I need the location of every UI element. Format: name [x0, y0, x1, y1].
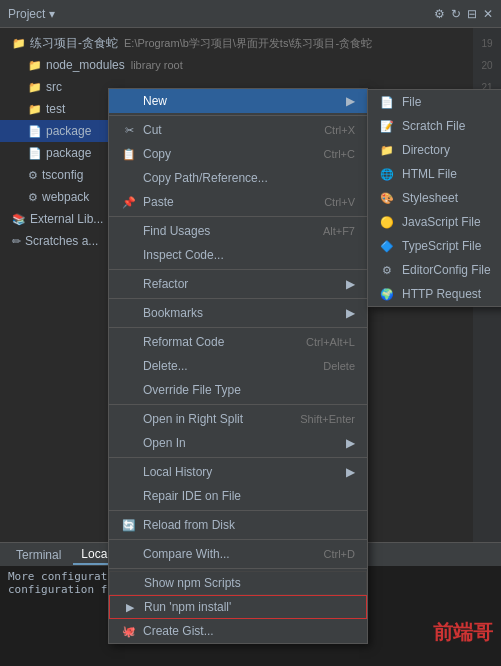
menu-sep-7: [109, 269, 367, 270]
menu-arrow-icon-19: ▶: [346, 465, 355, 479]
menu-sep-15: [109, 404, 367, 405]
menu-sep-23: [109, 539, 367, 540]
menu-item-new[interactable]: New ▶ 📄File📝Scratch File📁Directory🌐HTML …: [109, 89, 367, 113]
menu-label-0: Cut: [143, 123, 304, 137]
menu-label-8: Refactor: [143, 277, 338, 291]
new-label: New: [143, 94, 338, 108]
tree-item-0[interactable]: 📁练习项目-贪食蛇E:\Program\b学习项目\界面开发ts\练习项目-贪食…: [0, 32, 501, 54]
menu-icon-0: ✂: [121, 124, 137, 137]
menu-item-16[interactable]: Open in Right SplitShift+Enter: [109, 407, 367, 431]
submenu-item-7[interactable]: ⚙EditorConfig File: [368, 258, 501, 282]
terminal-tab-label[interactable]: Terminal: [8, 546, 69, 564]
menu-item-6[interactable]: Inspect Code...: [109, 243, 367, 267]
menu-item-8[interactable]: Refactor▶: [109, 272, 367, 296]
top-bar: Project ▾ ⚙ ↻ ⊟ ✕: [0, 0, 501, 28]
menu-items: ✂CutCtrl+X📋CopyCtrl+CCopy Path/Reference…: [109, 118, 367, 643]
menu-shortcut-24: Ctrl+D: [324, 548, 355, 560]
line-number: 20: [481, 54, 492, 76]
menu-label-3: Paste: [143, 195, 304, 209]
submenu-item-2[interactable]: 📁Directory: [368, 138, 501, 162]
context-menu: New ▶ 📄File📝Scratch File📁Directory🌐HTML …: [108, 88, 368, 644]
menu-icon-27: ▶: [122, 601, 138, 614]
line-number: 19: [481, 32, 492, 54]
new-submenu: 📄File📝Scratch File📁Directory🌐HTML File🎨S…: [367, 89, 501, 307]
submenu-item-5[interactable]: 🟡JavaScript File: [368, 210, 501, 234]
tree-item-1[interactable]: 📁node_moduleslibrary root: [0, 54, 501, 76]
menu-sep-4: [109, 216, 367, 217]
menu-icon-3: 📌: [121, 196, 137, 209]
menu-item-0[interactable]: ✂CutCtrl+X: [109, 118, 367, 142]
separator-1: [109, 115, 367, 116]
menu-shortcut-0: Ctrl+X: [324, 124, 355, 136]
menu-shortcut-1: Ctrl+C: [324, 148, 355, 160]
menu-shortcut-5: Alt+F7: [323, 225, 355, 237]
menu-item-1[interactable]: 📋CopyCtrl+C: [109, 142, 367, 166]
menu-item-27[interactable]: ▶Run 'npm install': [109, 595, 367, 619]
menu-sep-11: [109, 327, 367, 328]
menu-label-1: Copy: [143, 147, 304, 161]
submenu-item-6[interactable]: 🔷TypeScript File: [368, 234, 501, 258]
menu-sep-21: [109, 510, 367, 511]
menu-label-24: Compare With...: [143, 547, 304, 561]
refresh-icon[interactable]: ↻: [451, 7, 461, 21]
menu-label-27: Run 'npm install': [144, 600, 354, 614]
menu-arrow-icon-10: ▶: [346, 306, 355, 320]
menu-label-14: Override File Type: [143, 383, 355, 397]
menu-label-20: Repair IDE on File: [143, 489, 355, 503]
menu-label-16: Open in Right Split: [143, 412, 280, 426]
menu-item-24[interactable]: Compare With...Ctrl+D: [109, 542, 367, 566]
menu-label-13: Delete...: [143, 359, 303, 373]
submenu-item-1[interactable]: 📝Scratch File: [368, 114, 501, 138]
menu-sep-25: [109, 568, 367, 569]
menu-label-2: Copy Path/Reference...: [143, 171, 355, 185]
menu-shortcut-13: Delete: [323, 360, 355, 372]
menu-label-28: Create Gist...: [143, 624, 355, 638]
menu-shortcut-3: Ctrl+V: [324, 196, 355, 208]
menu-label-17: Open In: [143, 436, 338, 450]
menu-arrow-icon-8: ▶: [346, 277, 355, 291]
menu-label-5: Find Usages: [143, 224, 303, 238]
menu-label-6: Inspect Code...: [143, 248, 355, 262]
menu-item-5[interactable]: Find UsagesAlt+F7: [109, 219, 367, 243]
context-menu-overlay: New ▶ 📄File📝Scratch File📁Directory🌐HTML …: [108, 88, 368, 644]
menu-item-14[interactable]: Override File Type: [109, 378, 367, 402]
submenu-item-3[interactable]: 🌐HTML File: [368, 162, 501, 186]
close-icon[interactable]: ✕: [483, 7, 493, 21]
menu-item-17[interactable]: Open In▶: [109, 431, 367, 455]
menu-item-3[interactable]: 📌PasteCtrl+V: [109, 190, 367, 214]
submenu-arrow-icon: ▶: [346, 94, 355, 108]
menu-icon-1: 📋: [121, 148, 137, 161]
menu-label-19: Local History: [143, 465, 338, 479]
submenu-item-0[interactable]: 📄File: [368, 90, 501, 114]
menu-item-13[interactable]: Delete...Delete: [109, 354, 367, 378]
menu-sep-18: [109, 457, 367, 458]
submenu-item-4[interactable]: 🎨Stylesheet: [368, 186, 501, 210]
menu-shortcut-12: Ctrl+Alt+L: [306, 336, 355, 348]
menu-item-22[interactable]: 🔄Reload from Disk: [109, 513, 367, 537]
menu-icon-22: 🔄: [121, 519, 137, 532]
project-title: Project: [8, 7, 45, 21]
settings-icon[interactable]: ⚙: [434, 7, 445, 21]
menu-item-12[interactable]: Reformat CodeCtrl+Alt+L: [109, 330, 367, 354]
collapse-icon[interactable]: ⊟: [467, 7, 477, 21]
menu-item-10[interactable]: Bookmarks▶: [109, 301, 367, 325]
submenu-item-8[interactable]: 🌍HTTP Request: [368, 282, 501, 306]
dropdown-arrow-icon[interactable]: ▾: [49, 7, 55, 21]
menu-item-19[interactable]: Local History▶: [109, 460, 367, 484]
menu-item-26[interactable]: Show npm Scripts: [109, 571, 367, 595]
menu-item-20[interactable]: Repair IDE on File: [109, 484, 367, 508]
menu-label-26: Show npm Scripts: [144, 576, 354, 590]
menu-icon-28: 🐙: [121, 625, 137, 638]
menu-label-22: Reload from Disk: [143, 518, 355, 532]
menu-item-2[interactable]: Copy Path/Reference...: [109, 166, 367, 190]
menu-sep-9: [109, 298, 367, 299]
menu-arrow-icon-17: ▶: [346, 436, 355, 450]
menu-label-10: Bookmarks: [143, 306, 338, 320]
menu-label-12: Reformat Code: [143, 335, 286, 349]
watermark: 前端哥: [433, 619, 493, 646]
menu-item-28[interactable]: 🐙Create Gist...: [109, 619, 367, 643]
menu-shortcut-16: Shift+Enter: [300, 413, 355, 425]
toolbar-icons: ⚙ ↻ ⊟ ✕: [434, 7, 493, 21]
